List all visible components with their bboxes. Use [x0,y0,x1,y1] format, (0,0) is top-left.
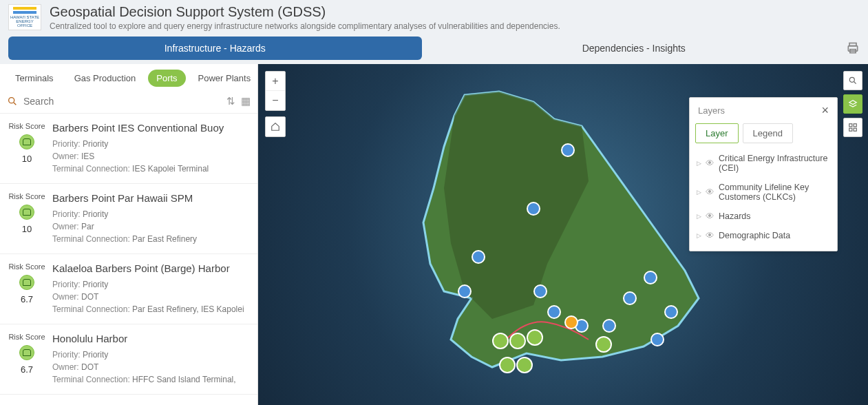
layer-item[interactable]: ▷👁Hazards [694,207,833,226]
svg-rect-10 [849,128,852,131]
risk-score-value: 6.7 [7,294,47,304]
zoom-out-button[interactable]: − [266,91,285,110]
svg-point-5 [849,77,854,82]
zoom-control: + − [265,71,286,111]
map[interactable]: + − Layers × Layer Legend [258,64,868,405]
svg-marker-7 [849,101,857,105]
sort-icon[interactable]: ⇅ [226,95,235,107]
item-title: Barbers Point Par Hawaii SPM [52,192,251,204]
map-marker[interactable] [602,319,616,333]
list-item[interactable]: Risk Score 10 Barbers Point IES Conventi… [0,114,257,184]
search-input[interactable] [23,96,221,107]
grid-icon[interactable]: ▦ [241,95,251,107]
visibility-icon[interactable]: 👁 [706,187,714,197]
svg-rect-9 [854,124,856,127]
visibility-icon[interactable]: 👁 [706,231,714,240]
map-marker[interactable] [623,291,637,305]
expand-icon[interactable]: ▷ [697,160,701,167]
state-logo: HAWAI'I STATE ENERGY OFFICE [8,4,41,30]
map-marker[interactable] [547,305,561,319]
risk-score-value: 10 [7,154,47,164]
risk-score-label: Risk Score [7,122,47,130]
island-shape [354,85,740,395]
svg-line-4 [14,103,16,105]
home-button[interactable] [265,116,286,137]
layers-panel-title: Layers [698,105,725,116]
map-marker[interactable] [492,333,509,349]
item-title: Barbers Point IES Conventional Buoy [52,122,251,134]
list-item[interactable]: Risk Score 6.7 Kalaeloa Barbers Point (B… [0,254,257,324]
map-marker[interactable] [458,284,472,298]
item-title: Kalaeloa Barbers Point (Barge) Harbor [52,262,251,274]
map-marker[interactable] [564,315,578,329]
zoom-in-button[interactable]: + [266,72,285,91]
list-item[interactable]: Risk Score 10 Barbers Point Par Hawaii S… [0,184,257,254]
page-title: Geospatial Decision Support System (GDSS… [50,4,860,20]
expand-icon[interactable]: ▷ [697,232,701,239]
risk-score-value: 10 [7,224,47,234]
risk-score-label: Risk Score [7,262,47,271]
svg-line-6 [854,82,856,84]
layer-item[interactable]: ▷👁Community Lifeline Key Customers (CLKC… [694,178,833,207]
print-icon[interactable] [846,41,860,55]
layers-tab-layer[interactable]: Layer [695,123,739,143]
risk-score-label: Risk Score [7,192,47,200]
subtab-gas-production[interactable]: Gas Production [66,70,145,87]
basemap-button[interactable] [843,118,862,137]
map-marker[interactable] [472,250,485,264]
subtab-terminals[interactable]: Terminals [7,70,62,87]
sidebar: Terminals Gas Production Ports Power Pla… [0,64,258,405]
item-title: Honolulu Harbor [52,333,251,344]
subtab-ports[interactable]: Ports [148,70,185,87]
page-subtitle: Centralized tool to explore and query en… [50,21,860,31]
map-search-button[interactable] [843,71,862,90]
layers-panel: Layers × Layer Legend ▷👁Critical Energy … [689,97,838,251]
visibility-icon[interactable]: 👁 [706,158,714,168]
map-marker[interactable] [644,271,657,284]
map-marker[interactable] [595,336,612,353]
layer-item[interactable]: ▷👁Demographic Data [694,226,833,245]
port-icon [19,345,34,360]
close-icon[interactable]: × [821,103,829,118]
port-icon [19,205,34,220]
subtab-power-plants[interactable]: Power Plants [190,70,257,87]
list-item[interactable]: Risk Score 6.7 Honolulu Harbor Priority:… [0,324,257,395]
map-marker[interactable] [509,333,526,349]
map-marker[interactable] [664,305,678,319]
map-marker[interactable] [650,333,664,346]
layer-item[interactable]: ▷👁Critical Energy Infrastructure (CEI) [694,149,833,178]
expand-icon[interactable]: ▷ [697,213,701,220]
svg-rect-11 [854,128,856,131]
map-marker[interactable] [516,357,533,373]
visibility-icon[interactable]: 👁 [706,211,714,221]
svg-point-3 [9,98,14,103]
tab-dependencies-insights[interactable]: Dependencies - Insights [427,37,841,60]
svg-rect-8 [849,124,852,127]
tab-infrastructure-hazards[interactable]: Infrastructure - Hazards [8,37,422,60]
risk-score-label: Risk Score [7,333,47,341]
risk-score-value: 6.7 [7,364,47,375]
map-marker[interactable] [561,143,575,157]
map-marker[interactable] [499,357,516,373]
search-icon [7,96,18,107]
layers-button[interactable] [843,94,862,114]
port-icon [19,275,34,290]
map-marker[interactable] [527,202,540,216]
port-icon [19,134,34,149]
layers-tab-legend[interactable]: Legend [743,123,793,143]
expand-icon[interactable]: ▷ [697,189,701,196]
map-marker[interactable] [533,284,547,298]
map-marker[interactable] [527,329,543,346]
